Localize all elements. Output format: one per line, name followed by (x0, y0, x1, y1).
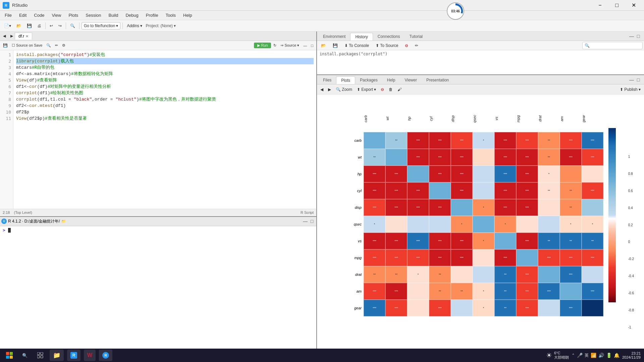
menu-tools[interactable]: Tools (162, 12, 179, 19)
save-button[interactable]: 💾 (25, 22, 34, 29)
code-line-6: df1<-cor(df)#对矩阵中的变量进行相关性分析 (16, 83, 314, 90)
tab-history[interactable]: History (350, 33, 373, 41)
console-maximize-button[interactable]: □ (309, 218, 315, 224)
source-button[interactable]: ⇒ Source ▾ (279, 43, 301, 48)
publish-button[interactable]: ⬆ Publish ▾ (618, 86, 643, 93)
clock[interactable]: 23:21 2024/11/29 (622, 351, 641, 359)
to-source-button[interactable]: ⬆ To Source (373, 43, 401, 49)
nav-fwd-button[interactable]: ▶ (9, 33, 15, 39)
tray-up-arrow[interactable]: ⌃ (572, 353, 575, 358)
history-save-button[interactable]: 💾 (330, 43, 340, 49)
row-label-mpg: mpg (345, 256, 364, 260)
delete-plot-button[interactable]: ⊖ (379, 86, 386, 93)
tab-files[interactable]: Files (318, 76, 336, 84)
console-minimize-button[interactable]: — (302, 218, 308, 224)
cell-wt-gear: *** (582, 149, 603, 166)
console-tab-label[interactable]: R 4.1.2 · D:/桌面/金融统计年/ (8, 219, 60, 224)
cell-carb-drat: ** (538, 132, 560, 149)
tab-environment[interactable]: Environment (318, 33, 350, 41)
menu-session[interactable]: Session (82, 12, 104, 19)
history-entry[interactable]: install.packages("corrplot") (320, 52, 641, 56)
find-button[interactable]: 🔍 (68, 22, 77, 29)
find-editor-button[interactable]: 🔍 (45, 43, 53, 48)
menu-plots[interactable]: Plots (65, 12, 82, 19)
tab-help[interactable]: Help (382, 76, 400, 84)
console-content[interactable]: > (0, 226, 316, 349)
minimize-editor-button[interactable]: — (302, 43, 309, 48)
volume-icon[interactable]: 🔊 (598, 353, 604, 358)
save-editor-button[interactable]: 💾 (1, 43, 9, 48)
rstudio-app[interactable]: R (67, 350, 80, 361)
code-content[interactable]: install.packages("corrplot")#安装包 library… (13, 50, 316, 209)
clear-plots-button[interactable]: 🗑 (387, 86, 395, 93)
wifi-icon[interactable]: 📶 (591, 353, 596, 358)
lang-indicator[interactable]: 英 (585, 353, 589, 358)
plot-back-button[interactable]: ◀ (318, 86, 325, 93)
compile-button[interactable]: ⚙ (60, 43, 67, 48)
tab-connections[interactable]: Connections (373, 33, 405, 41)
cell-carb-hp: *** (407, 132, 429, 149)
delete-history-button[interactable]: ⊖ (402, 43, 411, 49)
menu-code[interactable]: Code (31, 12, 48, 19)
tab-close-icon[interactable]: ✕ (25, 34, 29, 39)
zoom-button[interactable]: 🔍 Zoom (334, 86, 354, 93)
cell-carb-carb (364, 132, 385, 149)
brush-button[interactable]: 🖌 (395, 86, 404, 93)
console-path-link[interactable]: 📁 (61, 219, 66, 224)
maximize-button[interactable]: □ (609, 0, 625, 11)
sep3 (79, 22, 79, 29)
right-bottom-minimize-button[interactable]: — (629, 77, 635, 83)
file-explorer-app[interactable]: 📁 (50, 350, 64, 361)
mic-icon[interactable]: 🎤 (577, 353, 583, 358)
history-search-input[interactable] (582, 42, 643, 49)
go-to-file-dropdown[interactable]: Go to file/function ▾ (82, 22, 120, 29)
new-file-button[interactable]: 📄▾ (2, 22, 13, 29)
close-button[interactable]: ✕ (626, 0, 641, 11)
redo-button[interactable]: ↪ (56, 22, 64, 29)
tab-plots[interactable]: Plots (336, 76, 355, 84)
right-bottom-maximize-button[interactable]: □ (635, 77, 641, 83)
task-view-button[interactable] (34, 349, 46, 361)
print-button[interactable]: 🖨 (35, 22, 43, 29)
r-app[interactable]: R (99, 350, 112, 361)
edit-history-button[interactable]: ✏ (412, 43, 421, 49)
menu-edit[interactable]: Edit (16, 12, 30, 19)
tab-viewer[interactable]: Viewer (400, 76, 421, 84)
tab-tutorial[interactable]: Tutorial (405, 33, 427, 41)
legend-val-04: 0.4 (628, 206, 634, 210)
editor-tab-dfr[interactable]: df.r ✕ (15, 33, 32, 40)
right-top-maximize-button[interactable]: □ (635, 33, 641, 39)
notification-icon[interactable]: 🔔 (614, 353, 620, 358)
right-top-minimize-button[interactable]: — (629, 33, 635, 39)
menu-build[interactable]: Build (105, 12, 122, 19)
menu-view[interactable]: View (48, 12, 64, 19)
start-button[interactable] (3, 349, 15, 361)
tab-packages[interactable]: Packages (355, 76, 382, 84)
code-line-1: install.packages("corrplot")#安装包 (16, 52, 314, 58)
plot-fwd-button[interactable]: ▶ (326, 86, 333, 93)
addins-button[interactable]: Addins ▾ (125, 22, 144, 29)
cell-wt-disp: *** (451, 149, 473, 166)
menu-file[interactable]: File (1, 12, 15, 19)
source-on-save-button[interactable]: ☐ Source on Save (10, 43, 44, 48)
search-button[interactable]: 🔍 (19, 349, 31, 361)
code-tools-button[interactable]: ✏ (53, 43, 60, 48)
undo-button[interactable]: ↩ (48, 22, 55, 29)
tab-presentation[interactable]: Presentation (422, 76, 453, 84)
history-load-button[interactable]: 📂 (318, 43, 329, 49)
wps-app[interactable]: W (84, 350, 96, 361)
open-button[interactable]: 📂 (14, 22, 23, 29)
cell-wt-hp: *** (407, 149, 429, 166)
maximize-editor-button[interactable]: □ (309, 43, 315, 48)
cell-disp-am: ** (560, 199, 582, 216)
export-button[interactable]: ⬆ Export ▾ (355, 86, 378, 93)
menu-profile[interactable]: Profile (143, 12, 162, 19)
minimize-button[interactable]: − (592, 0, 608, 11)
re-run-button[interactable]: ↻ (272, 43, 278, 48)
to-console-button[interactable]: ⬇ To Console (342, 43, 372, 49)
run-button[interactable]: ▶ Run (254, 43, 271, 48)
nav-back-button[interactable]: ◀ (1, 33, 7, 39)
menu-debug[interactable]: Debug (122, 12, 142, 19)
cell-qsec-drat (538, 216, 560, 233)
menu-help[interactable]: Help (180, 12, 196, 19)
